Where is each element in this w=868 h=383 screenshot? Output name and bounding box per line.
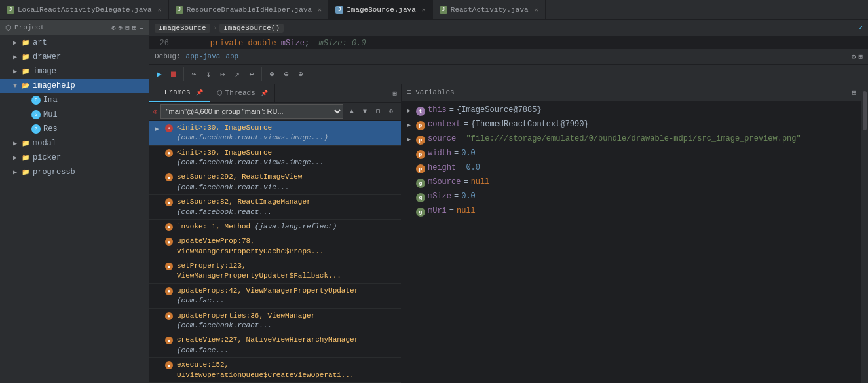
var-arrow-this[interactable]: ▶ [407, 107, 416, 115]
frame-icon-4: ● [165, 223, 173, 231]
tab-reactactivity[interactable]: J ReactActivity.java ✕ [433, 0, 546, 19]
debug-resume-btn[interactable]: ▶ [152, 67, 166, 81]
frames-panel: ☰ Frames 📌 ⬡ Threads 📌 ⊞ [149, 84, 402, 383]
frames-pin-icon[interactable]: 📌 [196, 89, 203, 96]
tab-bar: J LocalReactActivityDelegate.java ✕ J Re… [0, 0, 868, 20]
frame-class-9: (com.face... [177, 346, 229, 354]
debug-breakpoints-btn[interactable]: ⊕ [293, 67, 308, 81]
sidebar-item-ima[interactable]: G Ima [0, 93, 149, 107]
sidebar-item-mul[interactable]: G Mul [0, 107, 149, 122]
debug-panel: Debug: app-java app ⚙ ⊞ ▶ ⏹ ↷ ↧ ↦ ↗ [149, 48, 868, 383]
var-item-source[interactable]: ▶ p source = "file:///storage/emulated/0… [402, 133, 861, 147]
thread-up-btn[interactable]: ▲ [346, 105, 358, 117]
sidebar-item-imagehelp[interactable]: ▼ 📂 imagehelp [0, 79, 149, 93]
tab-localreact[interactable]: J LocalReactActivityDelegate.java ✕ [0, 0, 169, 19]
java-icon-ima: G [31, 96, 41, 105]
var-arrow-source[interactable]: ▶ [407, 136, 416, 143]
frame-item-4[interactable]: ● invoke:-1, Method (java.lang.reflect) [149, 220, 401, 234]
frames-list: ▶ ✕ <init>:30, ImageSource (com.facebook… [149, 121, 401, 383]
var-icon-height: p [416, 164, 425, 173]
var-item-this[interactable]: ▶ t this = {ImageSource@7885} [402, 104, 861, 119]
var-item-height[interactable]: p height = 0.0 [402, 162, 861, 176]
var-icon-source: p [416, 136, 425, 145]
breadcrumb-imagesource[interactable]: ImageSource [155, 24, 210, 33]
frame-item-8[interactable]: ● updateProperties:36, ViewManager (com.… [149, 309, 401, 334]
tab-close-imagesource[interactable]: ✕ [422, 6, 426, 14]
debug-step-over-btn[interactable]: ↷ [187, 67, 201, 81]
debug-stop-btn[interactable]: ⏹ [166, 67, 181, 81]
var-item-muri[interactable]: g mUri = null [402, 205, 861, 219]
variables-expand-icon[interactable]: ⊞ [852, 88, 856, 97]
debug-step-into-btn[interactable]: ↧ [201, 67, 216, 81]
scrollbar-thumb[interactable] [863, 91, 867, 130]
sidebar-item-progressb[interactable]: ▶ 📁 progressb [0, 165, 149, 179]
frame-item-7[interactable]: ● updateProps:42, ViewManagerPropertyUpd… [149, 284, 401, 309]
debug-watch-btn[interactable]: ⊖ [279, 67, 293, 81]
var-eq-msize: = [454, 192, 459, 201]
var-arrow-context[interactable]: ▶ [407, 121, 416, 129]
frame-class-4: (java.lang.reflect) [255, 223, 337, 230]
var-item-msource[interactable]: g mSource = null [402, 176, 861, 191]
tab-close-reactactivity[interactable]: ✕ [535, 6, 538, 14]
var-eq-muri: = [449, 206, 454, 215]
frame-item-9[interactable]: ● createView:227, NativeViewHierarchyMan… [149, 333, 401, 358]
debug-appjava-link[interactable]: app-java [186, 52, 221, 60]
frame-class-8: (com.facebook.react... [177, 321, 272, 329]
thread-down-btn[interactable]: ▼ [359, 105, 371, 117]
tab-close-resourcedrawable[interactable]: ✕ [318, 6, 322, 14]
sidebar-item-drawer[interactable]: ▶ 📁 drawer [0, 50, 149, 64]
frame-item-5[interactable]: ● updateViewProp:78, ViewManagersPropert… [149, 234, 401, 259]
sidebar-item-res[interactable]: G Res [0, 122, 149, 136]
debug-return-btn[interactable]: ↩ [244, 67, 259, 81]
debug-gear-icon[interactable]: ⚙ [852, 52, 856, 61]
tab-imagesource[interactable]: J ImageSource.java ✕ [329, 0, 433, 19]
frame-item-2[interactable]: ● setSource:292, ReactImageView (com.fac… [149, 170, 401, 195]
right-scrollbar[interactable] [861, 84, 868, 383]
frame-item-1[interactable]: ● <init>:39, ImageSource (com.facebook.r… [149, 146, 401, 171]
frame-icon-2: ● [165, 173, 173, 181]
debug-step-out-btn[interactable]: ↦ [216, 67, 230, 81]
frame-icon-0: ✕ [165, 124, 173, 132]
debug-run-cursor-btn[interactable]: ↗ [230, 67, 244, 81]
sidebar-settings-icon[interactable]: ≡ [139, 24, 143, 32]
sidebar-expand-icon[interactable]: ⊕ [119, 24, 123, 32]
var-item-context[interactable]: ▶ p context = {ThemedReactContext@7990} [402, 119, 861, 133]
debug-app-link[interactable]: app [225, 52, 238, 60]
frame-class-2: (com.facebook.react.vie... [177, 183, 290, 191]
frame-text-10: execute:152, UIViewOperationQueue$Create… [177, 360, 396, 380]
thread-filter-btn[interactable]: ⊟ [372, 105, 384, 117]
tab-frames[interactable]: ☰ Frames 📌 [149, 84, 210, 102]
sidebar-item-picker[interactable]: ▶ 📁 picker [0, 151, 149, 165]
sidebar-gear-icon[interactable]: ⚙ [111, 24, 116, 32]
thread-dropdown[interactable]: "main"@4,600 in group "main": RU... [160, 104, 343, 119]
frames-expand-icon[interactable]: ⊞ [392, 89, 397, 98]
var-eq-this: = [449, 105, 454, 115]
frame-class-3: (com.facebook.react... [177, 208, 272, 216]
tab-threads[interactable]: ⬡ Threads 📌 [210, 84, 275, 102]
var-item-width[interactable]: p width = 0.0 [402, 147, 861, 162]
sidebar-item-image[interactable]: ▶ 📁 image [0, 64, 149, 79]
frame-text-8: updateProperties:36, ViewManager (com.fa… [177, 311, 396, 331]
debug-divider-1 [183, 67, 184, 81]
var-icon-msize: g [416, 193, 425, 202]
sidebar-item-art[interactable]: ▶ 📁 art [0, 35, 149, 50]
tab-resourcedrawable[interactable]: J ResourceDrawableIdHelper.java ✕ [169, 0, 329, 19]
sidebar-item-modal[interactable]: ▶ 📁 modal [0, 136, 149, 151]
thread-add-btn[interactable]: ⊕ [385, 105, 397, 117]
frame-item-10[interactable]: ● execute:152, UIViewOperationQueue$Crea… [149, 358, 401, 383]
code-container[interactable]: 26 private double mSize; mSize: 0.0 27 p… [149, 37, 868, 48]
frame-item-3[interactable]: ● setSource:82, ReactImageManager (com.f… [149, 195, 401, 220]
threads-pin-icon[interactable]: 📌 [261, 90, 268, 97]
debug-eval-btn[interactable]: ⊕ [265, 67, 279, 81]
frame-item-0[interactable]: ▶ ✕ <init>:30, ImageSource (com.facebook… [149, 121, 401, 146]
sidebar-collapse-icon[interactable]: ⊞ [132, 24, 137, 32]
tab-close-localreact[interactable]: ✕ [158, 6, 162, 14]
sidebar-filter-icon[interactable]: ⊟ [125, 24, 130, 32]
breadcrumb-constructor[interactable]: ImageSource() [219, 24, 284, 33]
tree-label-res: Res [43, 124, 58, 134]
debug-expand-icon[interactable]: ⊞ [858, 52, 863, 61]
var-item-msize[interactable]: g mSize = 0.0 [402, 191, 861, 205]
sidebar-tree: ▶ 📁 art ▶ 📁 drawer ▶ 📁 image ▼ [0, 35, 149, 383]
line-content-26: private double mSize; mSize: 0.0 [189, 39, 868, 48]
frame-item-6[interactable]: ● setProperty:123, ViewManagerPropertyUp… [149, 259, 401, 284]
